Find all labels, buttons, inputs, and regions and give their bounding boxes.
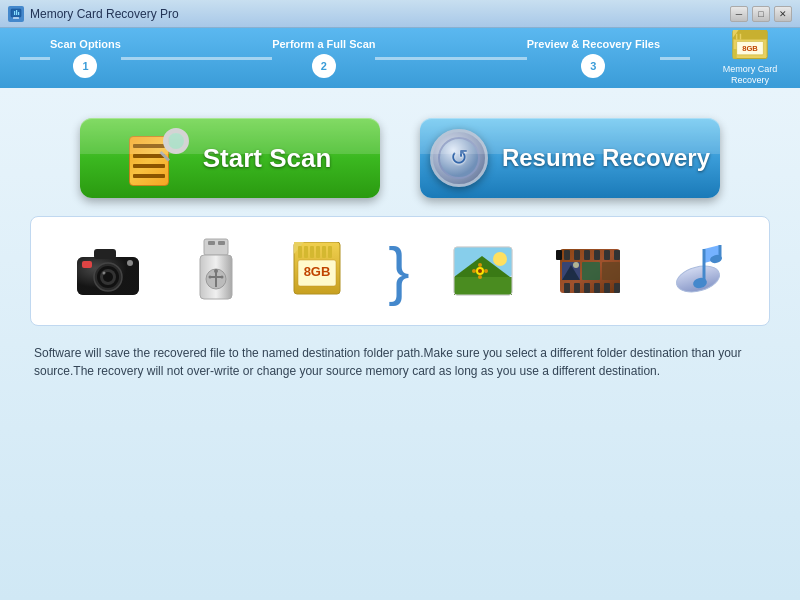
photo-icon — [452, 241, 514, 301]
sd-card-icon: 8GB — [288, 242, 346, 300]
svg-point-73 — [573, 262, 579, 268]
svg-point-51 — [478, 275, 482, 279]
svg-point-45 — [493, 252, 507, 266]
start-scan-label: Start Scan — [203, 143, 332, 174]
svg-rect-37 — [298, 246, 302, 258]
svg-rect-1 — [13, 17, 19, 19]
step-line-right — [660, 57, 690, 60]
svg-point-30 — [214, 269, 218, 273]
title-bar: Memory Card Recovery Pro ─ □ ✕ — [0, 0, 800, 28]
svg-rect-24 — [208, 241, 215, 245]
svg-rect-46 — [454, 277, 512, 295]
step-1: Scan Options 1 — [50, 38, 121, 78]
svg-point-31 — [209, 276, 212, 279]
svg-rect-15 — [94, 249, 116, 259]
film-strip-icon — [556, 241, 624, 301]
main-content: Start Scan ↺ Resume Recovery — [0, 88, 800, 600]
svg-point-53 — [484, 269, 488, 273]
svg-rect-64 — [574, 283, 580, 293]
svg-rect-42 — [328, 246, 332, 258]
svg-point-20 — [103, 272, 106, 275]
svg-rect-65 — [584, 283, 590, 293]
maximize-button[interactable]: □ — [752, 6, 770, 22]
svg-text:8GB: 8GB — [304, 264, 331, 279]
start-scan-button[interactable]: Start Scan — [80, 118, 380, 198]
svg-rect-21 — [82, 261, 92, 268]
music-note-icon — [666, 241, 728, 301]
window-controls[interactable]: ─ □ ✕ — [730, 6, 792, 22]
icons-panel: 8GB } — [30, 216, 770, 326]
svg-rect-63 — [564, 283, 570, 293]
steps-container: Scan Options 1 Perform a Full Scan 2 Pre… — [20, 38, 780, 78]
window-title: Memory Card Recovery Pro — [30, 7, 730, 21]
buttons-row: Start Scan ↺ Resume Recovery — [30, 118, 770, 198]
step-1-circle: 1 — [73, 54, 97, 78]
svg-rect-40 — [316, 246, 320, 258]
svg-rect-68 — [614, 283, 620, 293]
svg-rect-39 — [310, 246, 314, 258]
logo-icon: 8GB — [728, 30, 772, 62]
step-line-left — [20, 57, 50, 60]
info-text: Software will save the recovered file to… — [30, 344, 770, 380]
resume-recovery-button[interactable]: ↺ Resume Recovery — [420, 118, 720, 198]
svg-rect-58 — [574, 250, 580, 260]
svg-point-52 — [472, 269, 476, 273]
resume-recovery-label: Resume Recovery — [502, 144, 710, 172]
magnifier-icon — [153, 128, 189, 164]
step-2-label: Perform a Full Scan — [272, 38, 375, 50]
svg-rect-6 — [733, 30, 767, 40]
svg-point-32 — [221, 276, 224, 279]
step-3-circle: 3 — [581, 54, 605, 78]
timemachine-arrow-icon: ↺ — [450, 145, 468, 171]
close-button[interactable]: ✕ — [774, 6, 792, 22]
svg-rect-71 — [602, 262, 620, 280]
svg-rect-25 — [218, 241, 225, 245]
svg-rect-4 — [18, 12, 19, 15]
app-logo: 8GB Memory CardRecovery — [710, 30, 790, 86]
svg-rect-59 — [584, 250, 590, 260]
svg-rect-2 — [14, 11, 15, 15]
step-2: Perform a Full Scan 2 — [272, 38, 375, 78]
svg-rect-10 — [733, 49, 737, 59]
scan-icon — [129, 128, 189, 188]
step-line-2-3 — [375, 57, 526, 60]
step-line-1-2 — [121, 57, 272, 60]
minimize-button[interactable]: ─ — [730, 6, 748, 22]
usb-drive-icon — [186, 235, 246, 307]
timemachine-inner: ↺ — [438, 137, 480, 179]
svg-point-50 — [478, 263, 482, 267]
logo-text: Memory CardRecovery — [723, 64, 778, 86]
svg-rect-70 — [582, 262, 600, 280]
svg-rect-60 — [594, 250, 600, 260]
step-1-label: Scan Options — [50, 38, 121, 50]
resume-icon: ↺ — [430, 129, 488, 187]
svg-rect-62 — [614, 250, 620, 260]
svg-point-22 — [127, 260, 133, 266]
svg-rect-41 — [322, 246, 326, 258]
svg-rect-56 — [556, 250, 562, 260]
step-3: Preview & Recovery Files 3 — [527, 38, 660, 78]
camera-icon — [72, 241, 144, 301]
app-icon — [8, 6, 24, 22]
step-3-label: Preview & Recovery Files — [527, 38, 660, 50]
svg-rect-3 — [16, 10, 17, 15]
svg-text:8GB: 8GB — [742, 44, 758, 53]
svg-rect-67 — [604, 283, 610, 293]
svg-point-49 — [478, 269, 482, 273]
step-bar: Scan Options 1 Perform a Full Scan 2 Pre… — [0, 28, 800, 88]
step-2-circle: 2 — [312, 54, 336, 78]
svg-rect-38 — [304, 246, 308, 258]
brace-separator: } — [388, 239, 409, 303]
svg-rect-57 — [564, 250, 570, 260]
svg-rect-61 — [604, 250, 610, 260]
svg-rect-66 — [594, 283, 600, 293]
